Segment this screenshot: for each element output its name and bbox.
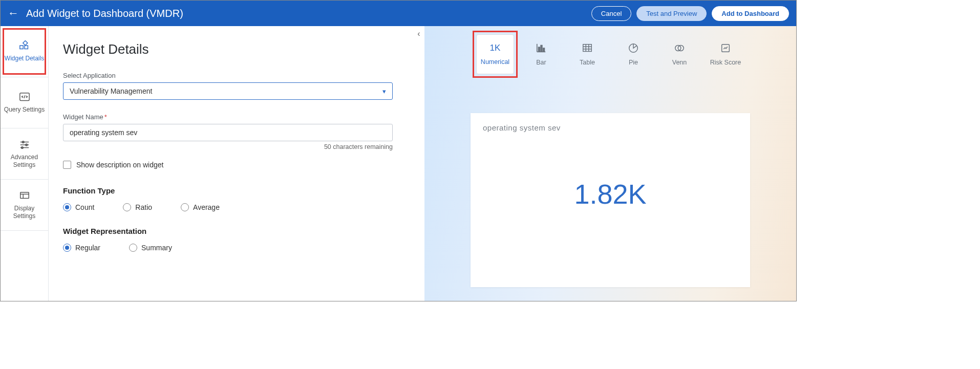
chevron-down-icon: ▾ — [382, 88, 386, 95]
sidebar-item-label: Widget Details — [3, 55, 46, 62]
sliders-icon — [18, 139, 31, 150]
radio-icon — [63, 203, 71, 211]
svg-rect-18 — [583, 45, 592, 52]
type-venn[interactable]: Venn — [661, 34, 698, 74]
type-label: Numerical — [481, 58, 509, 66]
sidebar-item-display-settings[interactable]: Display Settings — [1, 180, 48, 231]
preview-pane: 1K Numerical Bar Table — [424, 26, 796, 301]
sidebar-item-advanced-settings[interactable]: Advanced Settings — [1, 128, 48, 180]
radio-regular[interactable]: Regular — [63, 244, 100, 252]
radio-icon — [63, 244, 71, 252]
app-frame: ← Add Widget to Dashboard (VMDR) Cancel … — [0, 0, 797, 301]
svg-rect-10 — [20, 192, 29, 199]
type-label: Venn — [672, 59, 687, 66]
svg-rect-0 — [19, 46, 23, 49]
radio-count[interactable]: Count — [63, 203, 94, 211]
select-application-label: Select Application — [63, 72, 393, 79]
type-label: Risk Score — [710, 59, 741, 66]
radio-summary[interactable]: Summary — [129, 244, 172, 252]
numerical-icon: 1K — [490, 43, 501, 53]
type-bar[interactable]: Bar — [522, 34, 560, 74]
add-to-dashboard-button[interactable]: Add to Dashboard — [712, 6, 789, 21]
svg-rect-1 — [25, 46, 28, 49]
preview-card-title: operating system sev — [483, 123, 738, 132]
widget-details-form: Widget Details Select Application Vulner… — [49, 26, 413, 301]
radio-label: Regular — [75, 244, 100, 252]
preview-card-value: 1.82K — [483, 178, 738, 210]
sidebar-item-label: Display Settings — [1, 205, 48, 220]
radio-ratio[interactable]: Ratio — [123, 203, 152, 211]
type-numerical[interactable]: 1K Numerical — [476, 34, 514, 74]
radio-label: Ratio — [135, 203, 152, 211]
type-label: Table — [580, 59, 595, 66]
type-label: Bar — [536, 59, 546, 66]
sidebar-item-label: Advanced Settings — [1, 154, 48, 168]
collapse-handle[interactable]: ‹ — [413, 26, 424, 301]
svg-rect-17 — [543, 48, 545, 51]
checkbox-icon — [63, 161, 71, 169]
svg-rect-15 — [539, 47, 540, 51]
radio-icon — [181, 203, 189, 211]
show-description-checkbox[interactable]: Show description on widget — [63, 161, 393, 169]
header-bar: ← Add Widget to Dashboard (VMDR) Cancel … — [1, 1, 796, 26]
page-title: Add Widget to Dashboard (VMDR) — [26, 8, 586, 19]
radio-average[interactable]: Average — [181, 203, 220, 211]
display-icon — [18, 190, 31, 202]
preview-card: operating system sev 1.82K — [471, 113, 750, 287]
radio-icon — [123, 203, 131, 211]
pie-chart-icon — [627, 42, 640, 54]
widget-representation-group: Regular Summary — [63, 244, 393, 252]
radio-label: Count — [75, 203, 94, 211]
body: Widget Details Query Settings Advanced S… — [1, 26, 796, 301]
function-type-label: Function Type — [63, 186, 393, 195]
type-pie[interactable]: Pie — [614, 34, 652, 74]
settings-sidebar: Widget Details Query Settings Advanced S… — [1, 26, 49, 301]
widget-name-helper: 50 characters remaining — [63, 143, 393, 150]
type-table[interactable]: Table — [568, 34, 606, 74]
type-label: Pie — [629, 59, 638, 66]
table-icon — [581, 42, 594, 54]
widget-representation-label: Widget Representation — [63, 227, 393, 235]
test-preview-button[interactable]: Test and Preview — [636, 6, 707, 21]
widget-details-icon — [18, 40, 31, 52]
widget-name-label: Widget Name* — [63, 113, 393, 121]
required-indicator: * — [104, 113, 107, 121]
radio-label: Summary — [141, 244, 172, 252]
widget-name-input[interactable] — [63, 124, 393, 141]
svg-rect-16 — [541, 46, 542, 52]
select-application-dropdown[interactable]: Vulnerability Management ▾ — [63, 82, 393, 100]
code-icon — [18, 92, 31, 103]
form-heading: Widget Details — [63, 41, 393, 57]
svg-rect-2 — [23, 41, 27, 46]
cancel-button[interactable]: Cancel — [591, 6, 631, 21]
show-description-label: Show description on widget — [76, 161, 163, 169]
radio-label: Average — [193, 203, 220, 211]
venn-icon — [673, 42, 686, 54]
back-arrow-icon[interactable]: ← — [8, 8, 19, 19]
type-risk-score[interactable]: Risk Score — [707, 34, 744, 74]
sidebar-item-label: Query Settings — [2, 106, 47, 113]
bar-chart-icon — [535, 42, 548, 54]
risk-score-icon — [719, 42, 732, 54]
sidebar-item-widget-details[interactable]: Widget Details — [1, 26, 48, 77]
sidebar-item-query-settings[interactable]: Query Settings — [1, 77, 48, 128]
radio-icon — [129, 244, 137, 252]
function-type-group: Count Ratio Average — [63, 203, 393, 211]
select-application-value: Vulnerability Management — [70, 87, 152, 95]
widget-type-selector: 1K Numerical Bar Table — [424, 26, 796, 74]
